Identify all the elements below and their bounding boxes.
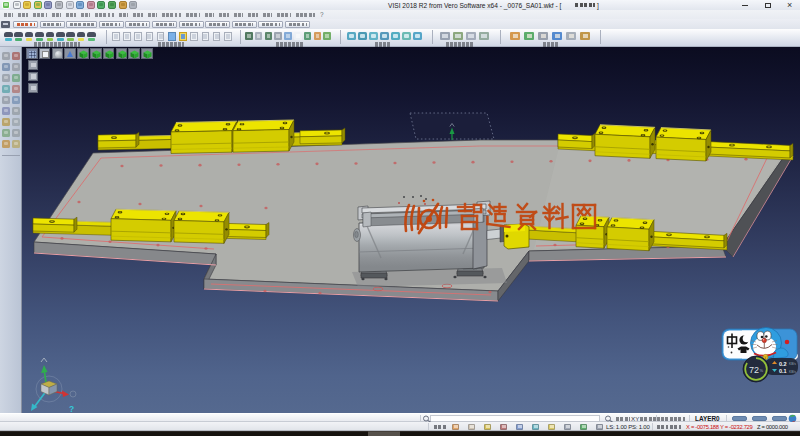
svg-text:?: ? — [69, 404, 74, 413]
svg-text:KB/s: KB/s — [789, 362, 796, 366]
svg-text:0.1: 0.1 — [779, 368, 787, 374]
svg-text:0.2: 0.2 — [779, 361, 787, 367]
svg-text:%: % — [760, 368, 764, 373]
svg-text:72: 72 — [749, 365, 759, 375]
svg-text:KB/s: KB/s — [789, 370, 796, 374]
